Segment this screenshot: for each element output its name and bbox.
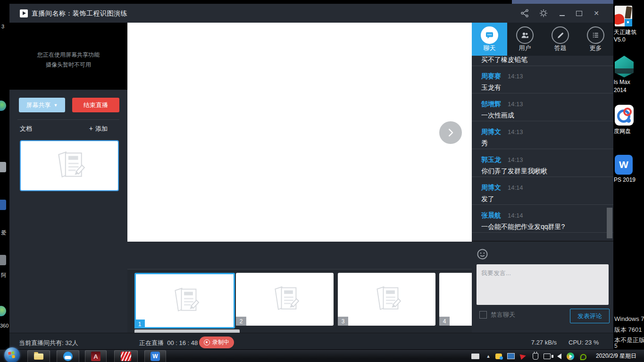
tab-chat[interactable]: 聊天 (472, 23, 507, 56)
message-text: 一次性画成 (481, 111, 514, 120)
chat-message: 周博文14:14 发了 (472, 177, 613, 205)
emoji-button[interactable] (477, 248, 488, 260)
minimize-button[interactable] (556, 8, 568, 19)
tray-keyboard-icon[interactable] (471, 352, 479, 360)
message-time: 14:13 (508, 128, 523, 135)
post-comment-button[interactable]: 发表评论 (570, 309, 610, 323)
tray-nvidia-icon[interactable] (578, 352, 587, 360)
add-document-button[interactable]: +添加 (89, 125, 108, 133)
3dsmax-icon[interactable] (615, 56, 634, 77)
live-status: 正在直播 00 : 16 : 48 (139, 339, 198, 347)
whiteboard-canvas[interactable] (127, 23, 472, 242)
checkbox-icon (479, 311, 487, 319)
window-title: 直播间名称：装饰工程识图演练 (32, 9, 127, 18)
browser-globe-icon[interactable] (0, 101, 6, 111)
end-live-label: 结束直播 (84, 101, 108, 109)
recording-label: 录制中 (212, 338, 229, 346)
documents-label: 文档 (20, 125, 32, 133)
windows-watermark-line: 本不是正版 (614, 336, 644, 345)
icon-shape (625, 6, 632, 19)
tab-more[interactable]: 更多 (578, 23, 613, 56)
page-thumbnail-1[interactable]: 1 (134, 273, 235, 328)
icon-shape (627, 118, 631, 123)
tray-video-player-icon[interactable] (566, 352, 575, 360)
tray-network-icon[interactable] (543, 352, 551, 360)
tianzheng-architecture-icon[interactable] (615, 6, 632, 26)
taskbar-tianzheng-button[interactable] (114, 350, 138, 362)
sender-name: 周赛赛 (481, 72, 501, 81)
cloud-browser-icon (63, 352, 73, 361)
message-text: 买不了橡皮铅笔 (481, 56, 527, 64)
whiteboard-area: A + 1/10 1 2 (127, 23, 472, 333)
desktop-icon-label-fragment: 阿 (1, 272, 6, 279)
baidu-netdisk-icon[interactable] (615, 105, 634, 126)
settings-gear-button[interactable] (537, 8, 550, 19)
desktop-icon-label: 天正建筑 (614, 28, 636, 36)
pc-glyph (507, 353, 515, 359)
document-icon (371, 285, 403, 313)
page-thumbnail-3[interactable]: 3 (338, 273, 435, 326)
camera-preview: 您正在使用屏幕共享功能 摄像头暂时不可用 (9, 23, 127, 90)
chat-message-list[interactable]: 周赛赛14:13 玉龙有 郜增辉14:13 一次性画成 周博文14:13 秀 郭… (472, 66, 613, 233)
windows-flag-icon (8, 351, 16, 359)
mute-chat-checkbox[interactable]: 禁言聊天 (479, 311, 515, 319)
end-live-button[interactable]: 结束直播 (72, 98, 119, 112)
document-icon (169, 286, 201, 315)
messenger-glyph (495, 354, 502, 359)
sender-name: 周博文 (481, 128, 501, 136)
chat-input[interactable] (477, 264, 609, 305)
start-button[interactable] (4, 347, 20, 362)
tray-volume-icon[interactable] (555, 352, 563, 360)
tab-quiz[interactable]: 答题 (543, 23, 578, 56)
wps-letter: W (619, 159, 628, 170)
close-button[interactable] (590, 8, 602, 19)
taskbar-autocad-button[interactable]: A (85, 350, 107, 362)
wps-icon: W (151, 352, 160, 361)
page-thumbnail-2[interactable]: 2 (236, 273, 334, 326)
taskbar-clock[interactable]: 2020/2/9 星期日 (590, 350, 643, 362)
pencil-icon (552, 26, 569, 44)
taskbar-browser-button[interactable] (57, 350, 79, 362)
desktop-icon[interactable] (0, 255, 6, 265)
thumbnail-scrollbar[interactable] (134, 329, 240, 333)
tray-plug-icon[interactable] (531, 352, 540, 360)
viewer-count: 当前直播间共有: 32人 (19, 339, 78, 347)
chat-scrollbar[interactable] (607, 208, 612, 238)
browser-globe-icon[interactable] (0, 306, 6, 316)
chat-panel: 聊天 用户 答题 更多 买不了橡皮铅笔 (472, 23, 613, 333)
desktop-icon-label: 度网盘 (614, 127, 631, 135)
sender-name: 郭玉龙 (481, 156, 501, 164)
play-glyph (567, 353, 574, 360)
share-button[interactable] (519, 8, 531, 19)
desktop-icon[interactable] (0, 200, 6, 210)
network-speed: 7.27 kB/s (517, 339, 557, 346)
tray-messenger-icon[interactable] (494, 352, 503, 360)
tab-users[interactable]: 用户 (507, 23, 543, 56)
page-number-badge: 2 (236, 317, 246, 326)
next-page-button[interactable] (439, 121, 462, 144)
tray-pc-manager-icon[interactable] (507, 352, 515, 360)
page-number-badge: 4 (439, 317, 450, 326)
desktop-right-edge: 天正建筑 V5.0 ls Max 2014 度网盘 W PS 2019 Wind… (613, 0, 644, 362)
desktop-icon[interactable] (0, 162, 6, 172)
document-icon (269, 285, 301, 313)
tray-horn-icon[interactable] (519, 352, 527, 360)
recording-badge[interactable]: 录制中 (199, 337, 234, 348)
list-icon (587, 26, 604, 44)
taskbar-wps-button[interactable]: W (144, 350, 166, 362)
tray-show-hidden-icons[interactable]: ▴ (484, 352, 493, 360)
camera-notice: 摄像头暂时不可用 (9, 61, 127, 69)
document-thumbnail-card[interactable] (20, 140, 119, 191)
taskbar-explorer-button[interactable] (27, 350, 50, 362)
speaker-glyph (557, 354, 561, 359)
page-thumbnail-4[interactable]: 4 (439, 273, 472, 326)
mute-chat-label: 禁言聊天 (491, 311, 515, 319)
add-label: 添加 (95, 125, 108, 132)
wps-icon[interactable]: W (615, 155, 633, 175)
maximize-button[interactable] (573, 8, 585, 19)
message-time: 14:13 (508, 73, 523, 80)
screen: 3 爱 阿 360 天正建筑 V5.0 ls Max 2014 度网盘 W PS… (0, 0, 644, 362)
message-time: 14:14 (508, 184, 523, 191)
screen-share-dropdown-button[interactable]: 屏幕共享 ▼ (19, 98, 65, 112)
chat-message: 周博文14:13 秀 (472, 121, 613, 149)
